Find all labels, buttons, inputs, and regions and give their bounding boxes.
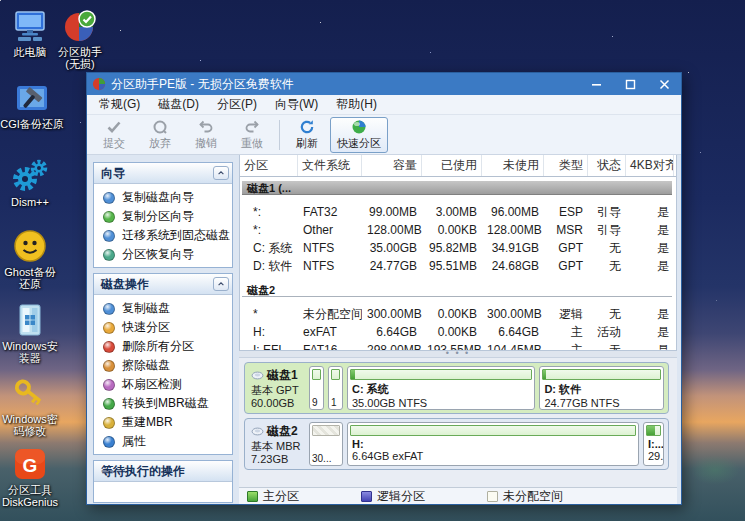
collapse-button[interactable]: [213, 166, 229, 180]
partition-block[interactable]: H:6.64GB exFAT: [347, 422, 639, 466]
menu-item-disk[interactable]: 磁盘(D): [149, 94, 208, 115]
disk-map-2[interactable]: 磁盘2基本 MBR7.23GB30...H:6.64GB exFATI:...2…: [244, 418, 669, 470]
partition-block[interactable]: D: 软件24.77GB NTFS: [539, 366, 664, 410]
column-header-4k-aligned[interactable]: 4KB对齐: [626, 155, 674, 176]
quick-partition-button[interactable]: 快速分区: [330, 117, 388, 153]
cell-4k-aligned: 是: [626, 257, 674, 275]
panel-body: 复制磁盘快速分区删除所有分区擦除磁盘坏扇区检测转换到MBR磁盘重建MBR属性: [94, 295, 232, 454]
partition-block[interactable]: 30...: [309, 422, 343, 466]
desktop-icon-partition-assistant[interactable]: 分区助手(无损): [52, 8, 108, 70]
column-header-filesystem[interactable]: 文件系统: [298, 155, 362, 176]
chevron-up-icon: [217, 280, 225, 288]
cell-capacity: 6.64GB: [362, 323, 422, 341]
cell-capacity: 24.77GB: [362, 257, 422, 275]
splitter-handle[interactable]: • • •: [239, 351, 677, 358]
discard-icon: [152, 119, 168, 135]
sidebar-item[interactable]: 复制磁盘: [94, 299, 232, 318]
logical-swatch: [361, 491, 372, 502]
sidebar-item[interactable]: 分区恢复向导: [94, 245, 232, 264]
sidebar-item[interactable]: 删除所有分区: [94, 337, 232, 356]
disk-group-header-2[interactable]: 磁盘2: [242, 283, 672, 297]
disk-name-text: 磁盘1: [267, 367, 298, 384]
commit-button[interactable]: 提交: [91, 117, 137, 153]
sidebar-item[interactable]: 转换到MBR磁盘: [94, 394, 232, 413]
cell-unused: 300.00MB: [482, 305, 544, 323]
disk-type: 基本 GPT: [251, 384, 307, 397]
toolbar-button-label: 放弃: [149, 136, 171, 151]
panel-header-disk-operations[interactable]: 磁盘操作: [94, 274, 232, 295]
collapse-button[interactable]: [213, 277, 229, 291]
partition-name: H:: [348, 438, 638, 450]
quick-partition-icon: [351, 119, 367, 135]
partition-usage-bar: [542, 369, 661, 380]
column-header-unused[interactable]: 未使用: [482, 155, 544, 176]
window-titlebar[interactable]: 分区助手PE版 - 无损分区免费软件: [87, 73, 681, 95]
panel-header-wizards[interactable]: 向导: [94, 163, 232, 184]
sidebar-item[interactable]: 复制磁盘向导: [94, 188, 232, 207]
partition-block[interactable]: 1: [328, 366, 343, 410]
desktop-icon-label: CGI备份还原: [0, 118, 64, 130]
desktop-icon-ghost-backup[interactable]: Ghost备份还原: [2, 228, 58, 290]
desktop-icon-windows-password[interactable]: Windows密码修改: [2, 375, 58, 437]
chevron-up-icon: [217, 169, 225, 177]
menu-item-general[interactable]: 常规(G): [90, 94, 149, 115]
refresh-button[interactable]: 刷新: [284, 117, 330, 153]
partition-tiny-label: 9: [310, 397, 323, 409]
cell-type: 主: [544, 341, 588, 351]
cell-filesystem: Other: [298, 221, 362, 239]
partition-usage-bar: [331, 369, 340, 380]
desktop-icon-dism[interactable]: Dism++: [2, 158, 58, 208]
sidebar-item-label: 删除所有分区: [122, 338, 194, 355]
disk-map-1[interactable]: 磁盘1基本 GPT60.00GB91C: 系统35.00GB NTFSD: 软件…: [244, 362, 669, 414]
cell-filesystem: NTFS: [298, 257, 362, 275]
cell-unused: 24.68GB: [482, 257, 544, 275]
partition-block[interactable]: 9: [309, 366, 324, 410]
desktop-screen: 此电脑分区助手(无损)CGI备份还原Dism++Ghost备份还原Windows…: [0, 0, 745, 521]
menu-item-wizard[interactable]: 向导(W): [266, 94, 327, 115]
sidebar-item[interactable]: 迁移系统到固态磁盘: [94, 226, 232, 245]
sidebar-item[interactable]: 坏扇区检测: [94, 375, 232, 394]
sidebar-item[interactable]: 属性: [94, 432, 232, 451]
cell-status: 无: [588, 305, 626, 323]
close-button[interactable]: [647, 73, 681, 95]
cell-used: 95.51MB: [422, 257, 482, 275]
cell-partition: *:: [240, 221, 298, 239]
desktop-icon-cgi-backup[interactable]: CGI备份还原: [0, 80, 64, 130]
sidebar-item[interactable]: 复制分区向导: [94, 207, 232, 226]
panel-header-pending-operations[interactable]: 等待执行的操作: [94, 461, 232, 482]
column-header-capacity[interactable]: 容量: [362, 155, 422, 176]
desktop-icon-diskgenius[interactable]: G分区工具DiskGenius: [2, 446, 58, 508]
used-space-fill: [647, 426, 655, 435]
minimize-button[interactable]: [579, 73, 613, 95]
partition-tiny-label: 1: [329, 397, 342, 409]
undo-button[interactable]: 撤销: [183, 117, 229, 153]
partition-detail: 29...: [644, 450, 663, 462]
redo-button[interactable]: 重做: [229, 117, 275, 153]
desktop-icon-this-pc[interactable]: 此电脑: [2, 8, 58, 58]
discard-button[interactable]: 放弃: [137, 117, 183, 153]
sidebar-item-label: 复制磁盘: [122, 300, 170, 317]
sidebar-item[interactable]: 快速分区: [94, 318, 232, 337]
desktop-icon-windows-installer[interactable]: Windows安装器: [2, 302, 58, 364]
column-header-type[interactable]: 类型: [544, 155, 588, 176]
column-header-used[interactable]: 已使用: [422, 155, 482, 176]
cell-4k-aligned: 是: [626, 305, 674, 323]
pending-operations-list: [94, 482, 232, 502]
cell-4k-aligned: 是: [626, 221, 674, 239]
sidebar-item[interactable]: 重建MBR: [94, 413, 232, 432]
menu-item-partition[interactable]: 分区(P): [208, 94, 266, 115]
column-header-partition[interactable]: 分区: [240, 155, 298, 176]
column-header-status[interactable]: 状态: [588, 155, 626, 176]
convert-mbr-icon: [103, 398, 115, 410]
panel-title: 向导: [101, 165, 125, 182]
partition-block[interactable]: I:...29...: [643, 422, 664, 466]
menu-item-help[interactable]: 帮助(H): [327, 94, 386, 115]
disk-group-header-1[interactable]: 磁盘1 (...: [242, 181, 672, 195]
sidebar-item[interactable]: 擦除磁盘: [94, 356, 232, 375]
maximize-button[interactable]: [613, 73, 647, 95]
disk-type: 基本 MBR: [251, 440, 307, 453]
toolbar-button-label: 刷新: [296, 136, 318, 151]
cell-type: GPT: [544, 257, 588, 275]
desktop-icon-label: 分区助手(无损): [52, 46, 108, 70]
partition-block[interactable]: C: 系统35.00GB NTFS: [347, 366, 535, 410]
